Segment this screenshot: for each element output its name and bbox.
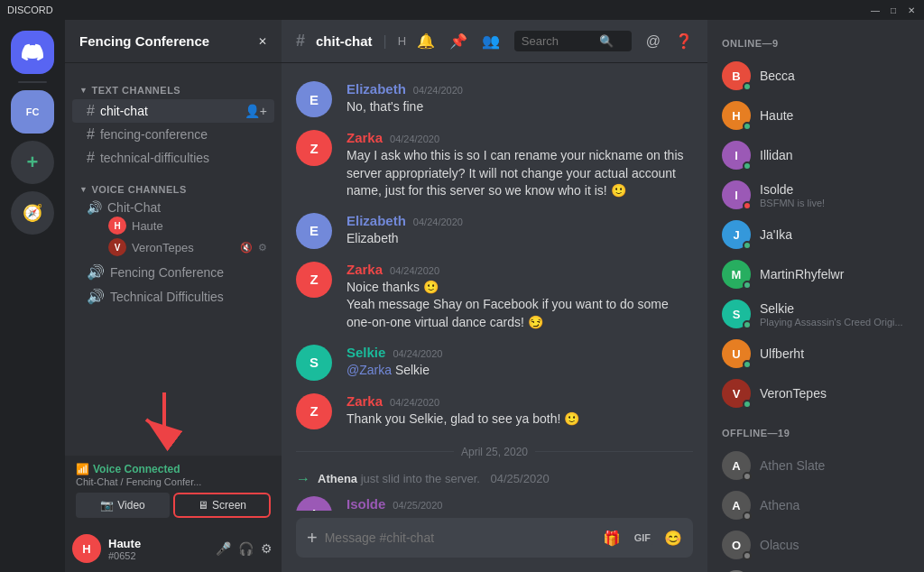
microphone-icon[interactable]: 🎤 [214, 540, 233, 558]
at-icon[interactable]: @ [646, 33, 661, 50]
search-icon: 🔍 [599, 34, 614, 48]
voice-user-verontepes-avatar: V [108, 238, 126, 256]
member-item-athen-slate[interactable]: A Athen Slate [715, 446, 917, 485]
member-info-ulfberht: Ulfberht [760, 346, 910, 361]
chat-channel-name: chit-chat [316, 33, 373, 49]
member-info-verontepes: VeronTepes [760, 386, 910, 401]
close-button[interactable]: ✕ [906, 5, 917, 15]
voice-channels-label: VOICE CHANNELS [91, 184, 186, 195]
member-avatar-ulfberht: U [722, 339, 751, 368]
category-voice-channels[interactable]: ▼ VOICE CHANNELS [65, 170, 282, 198]
system-timestamp: 04/25/2020 [491, 472, 550, 485]
search-bar[interactable]: 🔍 [514, 31, 632, 51]
member-item-don-corazen[interactable]: D Don Corazen [715, 565, 917, 572]
pin-icon[interactable]: 📌 [449, 32, 467, 50]
channel-list: ▼ TEXT CHANNELS # chit-chat 👤+ # fencing… [65, 63, 282, 456]
server-icon-home[interactable] [11, 31, 54, 74]
msg-content-zarka-3: Zarka 04/24/2020 Thank you Selkie, glad … [346, 393, 693, 429]
member-item-olacus[interactable]: O Olacus [715, 525, 917, 565]
attach-icon[interactable]: + [307, 528, 318, 549]
screen-icon: 🖥 [198, 499, 208, 512]
msg-header-zarka-3: Zarka 04/24/2020 [346, 393, 693, 409]
members-sidebar: ONLINE—9 B Becca H Haute I Illidan [707, 20, 924, 572]
msg-timestamp-zarka-1: 04/24/2020 [390, 134, 439, 144]
server-icon-add[interactable]: + [11, 141, 54, 184]
category-text-channels[interactable]: ▼ TEXT CHANNELS [65, 70, 282, 99]
msg-header-elizabeth-2: Elizabeth 04/24/2020 [346, 213, 693, 228]
headphone-icon[interactable]: 🎧 [236, 540, 255, 558]
member-name-haute: Haute [760, 108, 910, 123]
voice-channel-name-technical: Technical Difficulties [110, 290, 267, 304]
voice-user-verontepes: V VeronTepes 🔇 ⚙ [108, 236, 267, 258]
message-group-zarka-2: Z Zarka 04/24/2020 Noice thanks 🙂 Yeah m… [296, 258, 693, 336]
hashtag-icon-3: # [87, 150, 95, 166]
member-avatar-isolde: I [722, 180, 751, 209]
member-avatar-athen: A [722, 451, 751, 480]
message-input-area: + 🎁 GIF 😊 [282, 511, 707, 572]
hashtag-icon: # [87, 103, 95, 119]
server-divider [18, 81, 47, 83]
screen-button[interactable]: 🖥 Screen [173, 493, 271, 518]
member-info-athena: Athena [760, 498, 910, 512]
member-item-haute[interactable]: H Haute [715, 96, 917, 135]
member-name-athena: Athena [760, 498, 910, 512]
member-info-athen: Athen Slate [760, 458, 910, 473]
server-icon-explore[interactable]: 🧭 [11, 191, 54, 235]
members-icon[interactable]: 👥 [482, 32, 500, 50]
member-info-martin: MartinRhyfelwr [760, 267, 910, 281]
gif-icon[interactable]: GIF [632, 530, 653, 545]
server-icon-fencing[interactable]: FC [11, 90, 54, 134]
voice-channel-fencing-conference[interactable]: 🔊 Fencing Conference [72, 260, 274, 284]
help-icon[interactable]: ❓ [675, 32, 693, 50]
voice-channel-technical-difficulties[interactable]: 🔊 Technical Difficulties [72, 284, 274, 309]
member-avatar-illidan: I [722, 141, 751, 170]
settings-icon[interactable]: ⚙ [259, 540, 274, 558]
channel-item-technical-difficulties[interactable]: # technical-difficulties [72, 146, 274, 170]
member-item-athena[interactable]: A Athena [715, 485, 917, 525]
user-controls: 🎤 🎧 ⚙ [214, 540, 274, 558]
avatar-isolde: I [296, 496, 332, 511]
member-info-haute: Haute [760, 108, 910, 123]
server-header[interactable]: Fencing Conference ✕ [65, 20, 282, 63]
msg-username-selkie: Selkie [346, 345, 385, 360]
avatar-elizabeth-2: E [296, 213, 332, 249]
add-member-icon[interactable]: 👤+ [245, 104, 267, 118]
system-message-text: Athena just slid into the server. 04/25/… [318, 472, 550, 485]
msg-text-elizabeth-1: No, that's fine [346, 98, 693, 116]
minimize-button[interactable]: — [870, 5, 881, 15]
member-info-becca: Becca [760, 69, 910, 83]
msg-header-isolde: Isolde 04/25/2020 [346, 496, 693, 511]
member-item-ulfberht[interactable]: U Ulfberht [715, 334, 917, 374]
member-item-martinrhyfelwr[interactable]: M MartinRhyfelwr [715, 254, 917, 294]
channel-item-fencing-conference[interactable]: # fencing-conference [72, 123, 274, 146]
member-name-athen: Athen Slate [760, 458, 910, 473]
mention-zarka: @Zarka [346, 363, 392, 377]
msg-header-selkie: Selkie 04/24/2020 [346, 345, 693, 360]
msg-timestamp-zarka-2: 04/24/2020 [390, 265, 439, 276]
voice-connected-label: Voice Connected [93, 463, 180, 475]
user-panel: H Haute #0652 🎤 🎧 ⚙ [65, 525, 282, 572]
voice-connected-text: 📶 Voice Connected [76, 463, 271, 475]
member-item-selkie[interactable]: S Selkie Playing Assassin's Creed Origi.… [715, 294, 917, 334]
member-item-illidan[interactable]: I Illidan [715, 135, 917, 175]
message-group-isolde: I Isolde 04/25/2020 Heyo! [296, 493, 693, 511]
video-button[interactable]: 📷 Video [76, 493, 170, 518]
bell-icon[interactable]: 🔔 [417, 32, 435, 50]
member-item-becca[interactable]: B Becca [715, 56, 917, 96]
offline-members-category: OFFLINE—19 [715, 424, 917, 446]
member-item-isolde[interactable]: I Isolde BSFMN is live! [715, 175, 917, 215]
hashtag-icon-2: # [87, 126, 95, 143]
channel-item-chit-chat[interactable]: # chit-chat 👤+ [72, 99, 274, 123]
member-name-ulfberht: Ulfberht [760, 346, 910, 361]
status-dot-olacus [743, 551, 752, 560]
user-avatar: H [72, 534, 101, 563]
search-input[interactable] [522, 34, 594, 48]
member-item-verontepes[interactable]: V VeronTepes [715, 374, 917, 413]
gift-icon[interactable]: 🎁 [603, 530, 621, 547]
message-input[interactable] [325, 530, 596, 545]
maximize-button[interactable]: □ [888, 5, 899, 15]
voice-channel-chit-chat[interactable]: 🔊 Chit-Chat H Haute V VeronTepes 🔇 ⚙ [72, 198, 274, 260]
emoji-icon[interactable]: 😊 [664, 530, 682, 547]
member-item-jaika[interactable]: J Ja'Ika [715, 215, 917, 254]
msg-timestamp-selkie: 04/24/2020 [393, 348, 442, 359]
